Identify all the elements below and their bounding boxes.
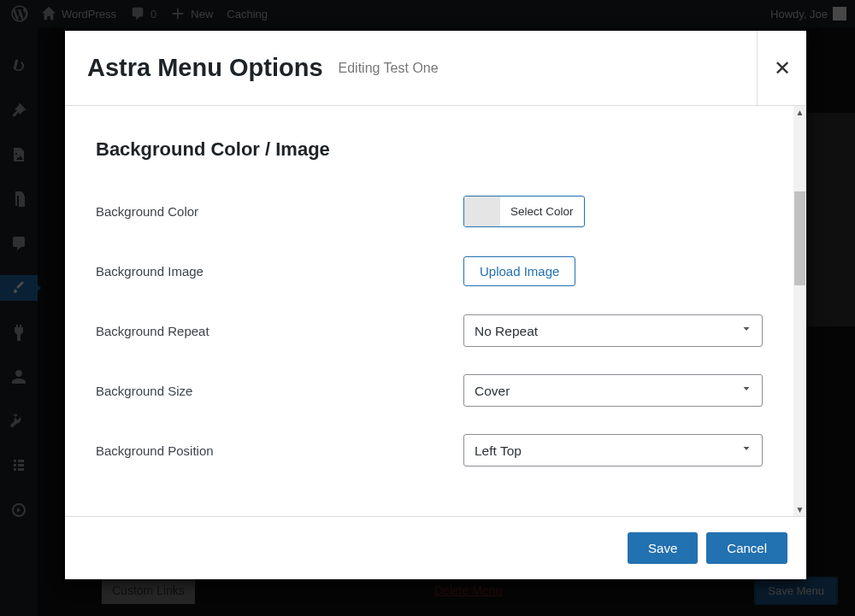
field-background-image: Background Image Upload Image <box>96 255 768 287</box>
modal-body: Background Color / Image Background Colo… <box>65 106 806 516</box>
bg-position-label: Background Position <box>96 443 463 458</box>
close-button[interactable]: ✕ <box>757 31 806 106</box>
color-swatch <box>464 197 500 226</box>
cancel-button[interactable]: Cancel <box>706 532 787 564</box>
astra-menu-options-modal: Astra Menu Options Editing Test One ✕ Ba… <box>65 31 806 579</box>
bg-size-label: Background Size <box>96 384 463 398</box>
scroll-up-icon[interactable]: ▲ <box>793 106 806 119</box>
select-color-button[interactable]: Select Color <box>463 196 585 227</box>
scroll-thumb[interactable] <box>794 191 805 285</box>
bg-image-label: Background Image <box>96 264 463 279</box>
save-button[interactable]: Save <box>628 532 698 564</box>
upload-image-button[interactable]: Upload Image <box>463 256 575 286</box>
select-color-label: Select Color <box>500 205 584 218</box>
close-icon: ✕ <box>774 56 791 80</box>
bg-repeat-select[interactable]: No Repeat <box>463 314 763 347</box>
modal-header: Astra Menu Options Editing Test One ✕ <box>65 31 806 106</box>
bg-size-select[interactable]: Cover <box>463 374 763 407</box>
field-background-repeat: Background Repeat No Repeat <box>96 314 768 347</box>
bg-color-label: Background Color <box>96 204 463 219</box>
modal-title: Astra Menu Options <box>87 54 323 82</box>
field-background-size: Background Size Cover <box>96 374 768 407</box>
section-title: Background Color / Image <box>96 138 768 161</box>
field-background-color: Background Color Select Color <box>96 195 768 227</box>
modal-subtitle: Editing Test One <box>339 61 439 76</box>
modal-footer: Save Cancel <box>65 516 806 579</box>
field-background-position: Background Position Left Top <box>96 434 768 466</box>
bg-repeat-label: Background Repeat <box>96 324 463 338</box>
scrollbar[interactable]: ▲ ▼ <box>793 106 806 516</box>
scroll-down-icon[interactable]: ▼ <box>793 503 806 516</box>
bg-position-select[interactable]: Left Top <box>463 434 763 466</box>
